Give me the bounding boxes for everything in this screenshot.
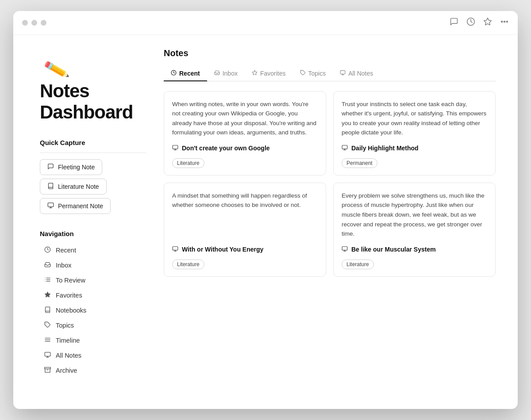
note-card-3-body: A mindset that something will happen reg… [172,191,318,239]
tab-recent[interactable]: Recent [164,66,207,81]
note-card-4-tag-area: Literature [342,257,487,269]
timeline-icon [43,336,51,344]
quick-capture-title: Quick Capture [40,139,146,146]
note-card-2-type-icon [342,145,348,152]
tab-topics-label: Topics [308,70,326,77]
nav-topics[interactable]: Topics [40,319,146,332]
svg-rect-34 [342,145,347,149]
note-card-1[interactable]: When writing notes, write in your own wo… [164,91,326,176]
tab-all-notes-icon [340,70,346,77]
note-card-2-body: Trust your instincts to select one task … [342,99,487,137]
literature-note-label: Literature Note [58,183,99,190]
all-notes-icon [43,351,51,359]
svg-rect-20 [45,352,50,356]
nav-notebooks[interactable]: Notebooks [40,304,146,317]
permanent-note-btn[interactable]: Permanent Note [40,198,111,214]
note-card-4-title: Be like our Muscular System [351,246,436,253]
close-button[interactable] [22,20,28,26]
list-icon [43,276,51,284]
tab-inbox[interactable]: Inbox [207,66,245,81]
nav-recent[interactable]: Recent [40,244,146,257]
traffic-lights [22,20,46,26]
app-header: ✏️ [40,48,146,70]
more-icon[interactable] [500,17,509,28]
svg-rect-31 [173,145,178,149]
literature-note-btn[interactable]: Literature Note [40,179,107,195]
note-card-1-tag: Literature [172,158,204,168]
notes-grid: When writing notes, write in your own wo… [164,91,496,277]
note-card-3-footer: With or Without You Energy [172,246,318,253]
favorites-icon [43,291,51,299]
notebooks-icon [43,306,51,314]
note-card-1-footer: Don't create your own Google [172,145,318,152]
note-card-1-body: When writing notes, write in your own wo… [172,99,318,137]
nav-inbox-label: Inbox [56,262,71,269]
minimize-button[interactable] [31,20,37,26]
tab-favorites-icon [252,70,258,77]
page-title: Notes Dashboard [40,80,146,123]
note-card-3[interactable]: A mindset that something will happen reg… [164,183,326,277]
fleeting-note-btn[interactable]: Fleeting Note [40,159,102,175]
permanent-note-label: Permanent Note [58,202,103,210]
nav-topics-label: Topics [56,322,74,329]
svg-marker-26 [252,70,257,75]
note-card-4-body: Every problem we solve strengthens us, m… [342,191,487,239]
app-pencil-icon: ✏️ [42,35,147,83]
nav-recent-label: Recent [56,247,76,254]
main-content: ✏️ Notes Dashboard Quick Capture Fleetin… [13,35,518,409]
sidebar: ✏️ Notes Dashboard Quick Capture Fleetin… [40,48,146,396]
note-card-1-type-icon [172,145,178,152]
star-icon[interactable] [483,17,492,28]
svg-rect-40 [342,247,347,250]
tab-recent-label: Recent [179,70,200,77]
titlebar-actions [450,17,509,28]
svg-rect-37 [173,247,178,250]
svg-rect-28 [340,71,345,74]
tab-favorites[interactable]: Favorites [245,66,293,81]
notes-tabs: Recent Inbox Favorites [164,66,496,81]
nav-inbox[interactable]: Inbox [40,259,146,272]
nav-all-notes-label: All Notes [56,352,81,359]
maximize-button[interactable] [41,20,46,26]
svg-rect-23 [44,367,50,369]
main-notes-area: Notes Recent Inbox [164,48,496,396]
note-card-1-tag-area: Literature [172,156,318,168]
recent-icon [43,246,51,254]
note-card-1-title: Don't create your own Google [182,145,270,152]
tab-favorites-label: Favorites [260,70,286,77]
note-card-3-tag: Literature [172,260,204,269]
archive-icon [43,367,51,374]
tab-recent-icon [171,70,177,77]
note-card-2-title: Daily Highlight Method [351,145,419,152]
note-card-4-type-icon [342,246,348,253]
quick-capture-buttons: Fleeting Note Literature Note Permanent … [40,159,146,214]
tab-topics-icon [300,70,306,77]
nav-favorites-label: Favorites [56,292,82,299]
tab-all-notes[interactable]: All Notes [333,66,380,81]
nav-list: Recent Inbox To Review [40,244,146,377]
nav-archive[interactable]: Archive [40,364,146,377]
clock-icon[interactable] [466,17,475,28]
note-card-4[interactable]: Every problem we solve strengthens us, m… [333,183,496,277]
note-card-2-tag: Permanent [342,158,377,168]
nav-timeline[interactable]: Timeline [40,334,146,347]
tab-topics[interactable]: Topics [293,66,333,81]
note-card-4-tag: Literature [342,260,374,269]
note-card-2[interactable]: Trust your instincts to select one task … [333,91,496,176]
fleeting-note-label: Fleeting Note [58,164,95,171]
nav-archive-label: Archive [56,367,77,374]
svg-point-3 [504,21,505,23]
nav-to-review-label: To Review [56,277,85,284]
svg-rect-5 [48,203,54,207]
nav-all-notes[interactable]: All Notes [40,349,146,362]
tab-inbox-icon [214,70,220,77]
quick-capture-divider [40,153,146,153]
nav-favorites[interactable]: Favorites [40,289,146,302]
chat-icon[interactable] [450,17,458,28]
tab-all-notes-label: All Notes [348,70,373,77]
permanent-note-icon [47,202,54,210]
note-card-4-footer: Be like our Muscular System [342,246,487,253]
nav-to-review[interactable]: To Review [40,274,146,287]
svg-point-4 [507,21,508,23]
note-card-2-footer: Daily Highlight Method [342,145,487,152]
